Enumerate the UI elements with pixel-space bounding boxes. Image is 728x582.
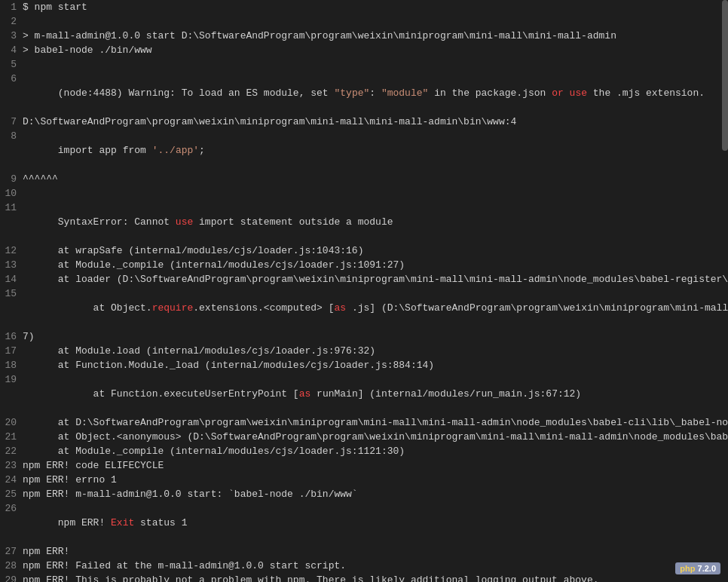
line-15: 15 at Object.require.extensions.<compute… xyxy=(0,286,728,329)
line-28: 28 npm ERR! Failed at the m-mall-admin@1… xyxy=(0,559,728,573)
line-6: 6 (node:4488) Warning: To load an ES mod… xyxy=(0,72,728,115)
line-12: 12 at wrapSafe (internal/modules/cjs/loa… xyxy=(0,244,728,258)
line-19: 19 at Function.executeUserEntryPoint [as… xyxy=(0,372,728,415)
line-16: 16 7) xyxy=(0,329,728,344)
line-14: 14 at loader (D:\SoftwareAndProgram\prog… xyxy=(0,272,728,286)
terminal: 1 $ npm start 2 3 > m-mall-admin@1.0.0 s… xyxy=(0,0,728,582)
line-8: 8 import app from '../app'; xyxy=(0,129,728,172)
line-2: 2 xyxy=(0,14,728,29)
scrollbar[interactable] xyxy=(722,0,728,151)
line-4: 4 > babel-node ./bin/www xyxy=(0,43,728,57)
php-badge: php 7.2.0 xyxy=(675,562,720,574)
line-11: 11 SyntaxError: Cannot use import statem… xyxy=(0,201,728,244)
php-badge-version: 7.2.0 xyxy=(698,564,716,573)
line-10: 10 xyxy=(0,186,728,201)
php-badge-text: php xyxy=(680,564,695,573)
line-24: 24 npm ERR! errno 1 xyxy=(0,473,728,487)
line-5: 5 xyxy=(0,57,728,72)
line-1: 1 $ npm start xyxy=(0,0,728,14)
line-3: 3 > m-mall-admin@1.0.0 start D:\Software… xyxy=(0,29,728,43)
line-29: 29 npm ERR! This is probably not a probl… xyxy=(0,573,728,582)
line-20: 20 at D:\SoftwareAndProgram\program\weix… xyxy=(0,415,728,430)
line-9: 9 ^^^^^^ xyxy=(0,172,728,186)
line-13: 13 at Module._compile (internal/modules/… xyxy=(0,258,728,272)
line-21: 21 at Object.<anonymous> (D:\SoftwareAnd… xyxy=(0,430,728,444)
line-7: 7 D:\SoftwareAndProgram\program\weixin\m… xyxy=(0,115,728,129)
line-25: 25 npm ERR! m-mall-admin@1.0.0 start: `b… xyxy=(0,487,728,501)
line-23: 23 npm ERR! code ELIFECYCLE xyxy=(0,458,728,473)
line-17: 17 at Module.load (internal/modules/cjs/… xyxy=(0,344,728,358)
line-22: 22 at Module._compile (internal/modules/… xyxy=(0,444,728,458)
line-26: 26 npm ERR! Exit status 1 xyxy=(0,501,728,544)
line-18: 18 at Function.Module._load (internal/mo… xyxy=(0,358,728,372)
line-27: 27 npm ERR! xyxy=(0,544,728,559)
